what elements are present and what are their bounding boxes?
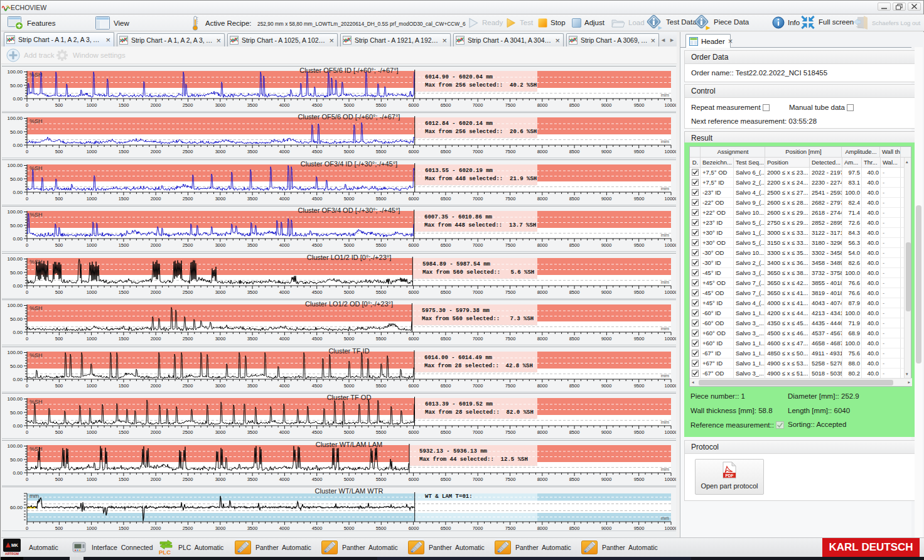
svg-text:9000: 9000 — [601, 289, 612, 295]
svg-text:Cluster TF ID: Cluster TF ID — [328, 347, 369, 355]
svg-text:9000: 9000 — [601, 383, 612, 389]
svg-text:9000: 9000 — [601, 525, 612, 531]
svg-text:7000: 7000 — [473, 383, 483, 389]
svg-text:10000: 10000 — [665, 149, 676, 154]
svg-text:PDF: PDF — [726, 473, 734, 478]
svg-text:0.00: 0.00 — [13, 423, 23, 429]
svg-text:0: 0 — [26, 383, 28, 389]
svg-text:7500: 7500 — [505, 149, 516, 154]
svg-text:mm: mm — [661, 232, 670, 238]
svg-text:2000: 2000 — [151, 477, 161, 482]
svg-text:4500: 4500 — [312, 477, 323, 482]
svg-text:0: 0 — [26, 242, 28, 248]
svg-text:6500: 6500 — [441, 289, 451, 295]
svg-text:1000: 1000 — [87, 149, 97, 154]
svg-text:Max from 560 selected:: 5.6: Max from 560 selected:: 5.6 %SH — [422, 269, 534, 276]
svg-text:Cluster LO1/2 OD [0°;-/+23°]: Cluster LO1/2 OD [0°;-/+23°] — [305, 300, 393, 308]
svg-text:50.00: 50.00 — [10, 129, 23, 135]
svg-text:3000: 3000 — [215, 149, 226, 154]
svg-text:4000: 4000 — [279, 477, 290, 482]
svg-text:0.00: 0.00 — [13, 283, 23, 289]
svg-text:9000: 9000 — [601, 336, 612, 342]
svg-text:6500: 6500 — [441, 196, 451, 202]
svg-text:1500: 1500 — [119, 289, 129, 295]
svg-text:Max from 28 selected:: 42.8 %: Max from 28 selected:: 42.8 %SH — [424, 363, 533, 369]
svg-text:2000: 2000 — [151, 102, 161, 108]
svg-text:10000: 10000 — [665, 102, 676, 108]
svg-text:4000: 4000 — [279, 383, 290, 389]
svg-text:8000: 8000 — [537, 477, 548, 482]
svg-text:8500: 8500 — [569, 525, 580, 531]
svg-text:7500: 7500 — [505, 289, 516, 295]
svg-text:4000: 4000 — [279, 149, 290, 154]
svg-text:6013.39 - 6019.52 mm: 6013.39 - 6019.52 mm — [425, 401, 493, 407]
svg-text:8500: 8500 — [569, 429, 580, 435]
svg-text:1000: 1000 — [87, 477, 97, 482]
svg-text:8500: 8500 — [569, 383, 580, 389]
svg-text:3500: 3500 — [247, 477, 258, 482]
svg-text:8000: 8000 — [537, 429, 548, 435]
svg-text:500: 500 — [55, 149, 63, 154]
svg-text:0.00: 0.00 — [13, 377, 23, 382]
svg-text:7000: 7000 — [473, 242, 483, 248]
svg-text:1000: 1000 — [87, 102, 97, 108]
svg-text:8000: 8000 — [537, 525, 548, 531]
svg-text:9500: 9500 — [634, 525, 645, 531]
svg-text:1000: 1000 — [87, 525, 97, 531]
svg-text:ARTROM: ARTROM — [5, 552, 19, 556]
svg-text:0.00: 0.00 — [13, 143, 23, 148]
svg-text:1500: 1500 — [119, 525, 129, 531]
svg-text:mm: mm — [661, 373, 670, 379]
svg-text:7500: 7500 — [505, 336, 516, 342]
svg-text:10000: 10000 — [665, 383, 676, 389]
svg-text:100.00: 100.00 — [8, 303, 23, 308]
svg-text:5975.30 - 5979.38 mm: 5975.30 - 5979.38 mm — [422, 308, 490, 314]
svg-text:100.00: 100.00 — [8, 116, 23, 121]
svg-text:2500: 2500 — [183, 525, 193, 531]
svg-text:100.00: 100.00 — [8, 443, 23, 449]
svg-text:mm: mm — [661, 326, 670, 331]
svg-text:0: 0 — [26, 196, 28, 202]
svg-text:2000: 2000 — [151, 196, 161, 202]
svg-text:500: 500 — [55, 383, 63, 389]
svg-text:3000: 3000 — [215, 289, 226, 295]
svg-text:9000: 9000 — [601, 477, 612, 482]
svg-text:3000: 3000 — [215, 477, 226, 482]
svg-text:0: 0 — [26, 102, 28, 108]
svg-text:8000: 8000 — [537, 102, 548, 108]
svg-text:100.00: 100.00 — [8, 396, 23, 402]
svg-text:8000: 8000 — [537, 149, 548, 154]
svg-text:mm: mm — [661, 466, 670, 472]
svg-text:500: 500 — [55, 289, 63, 295]
svg-text:1500: 1500 — [119, 149, 129, 154]
svg-text:6500: 6500 — [441, 336, 451, 342]
svg-text:6012.84 - 6020.14 mm: 6012.84 - 6020.14 mm — [425, 121, 493, 127]
svg-text:50.00: 50.00 — [10, 176, 23, 182]
svg-text:3500: 3500 — [247, 525, 258, 531]
svg-text:%SH: %SH — [30, 446, 43, 452]
svg-text:MK: MK — [11, 543, 18, 547]
svg-text:8000: 8000 — [537, 289, 548, 295]
svg-text:6500: 6500 — [441, 383, 451, 389]
svg-text:2500: 2500 — [183, 196, 193, 202]
svg-text:6014.00 - 6014.49 mm: 6014.00 - 6014.49 mm — [424, 355, 493, 361]
svg-text:3000: 3000 — [215, 429, 226, 435]
svg-text:2000: 2000 — [151, 383, 161, 389]
svg-text:0.00: 0.00 — [13, 470, 23, 476]
svg-text:2000: 2000 — [151, 289, 161, 295]
svg-text:2000: 2000 — [151, 149, 161, 154]
svg-text:7500: 7500 — [505, 383, 516, 389]
svg-text:3500: 3500 — [247, 149, 258, 154]
svg-text:3500: 3500 — [247, 336, 258, 342]
svg-text:500: 500 — [55, 525, 63, 531]
svg-text:10000: 10000 — [665, 196, 676, 202]
svg-text:2000: 2000 — [151, 242, 161, 248]
svg-text:0.00: 0.00 — [13, 96, 23, 102]
svg-text:Max from 448 selected:: 21.9: Max from 448 selected:: 21.9 %SH — [425, 176, 537, 182]
svg-text:Max from 560 selected:: 7.3: Max from 560 selected:: 7.3 %SH — [422, 316, 534, 322]
svg-text:7000: 7000 — [473, 429, 483, 435]
svg-text:5932.13 - 5936.13 mm: 5932.13 - 5936.13 mm — [419, 448, 488, 455]
svg-text:10000: 10000 — [665, 429, 676, 435]
svg-text:5000: 5000 — [344, 196, 355, 202]
svg-text:mm: mm — [661, 279, 670, 285]
